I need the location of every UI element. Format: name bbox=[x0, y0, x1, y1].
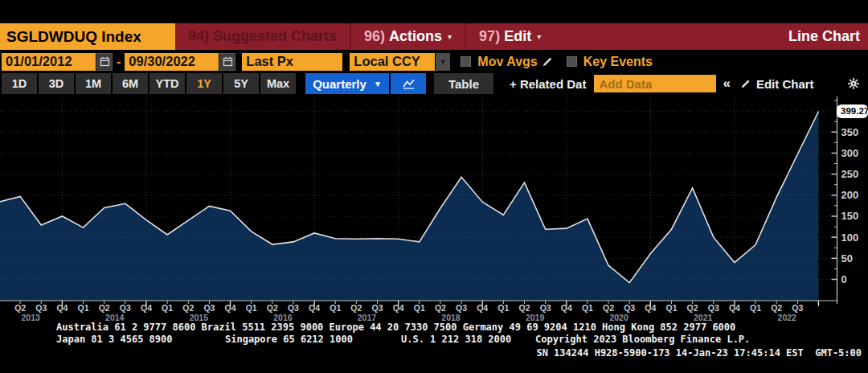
quarter-tick-label: Q2 bbox=[182, 303, 194, 313]
calendar-icon[interactable] bbox=[219, 53, 235, 71]
chevron-down-icon: ▼ bbox=[374, 80, 382, 88]
year-tick-label: 2018 bbox=[441, 313, 461, 322]
quarter-tick-label: Q2 bbox=[350, 303, 362, 313]
calendar-icon[interactable] bbox=[96, 53, 113, 71]
quarter-labels: Q2Q3Q4Q1Q2Q3Q4Q1Q2Q3Q4Q1Q2Q3Q4Q1Q2Q3Q4Q1… bbox=[14, 303, 803, 313]
year-tick-label: 2015 bbox=[190, 313, 209, 322]
quarter-tick-label: Q2 bbox=[687, 303, 698, 313]
range-button-6m[interactable]: 6M bbox=[113, 73, 148, 94]
quarter-tick-label: Q1 bbox=[665, 303, 677, 313]
y-tick-label: 250 bbox=[841, 168, 859, 180]
edit-menu[interactable]: 97) Edit ▾ bbox=[466, 23, 554, 50]
year-labels: 2013201420152016201720182019202020212022 bbox=[22, 313, 797, 322]
line-chart-type-button[interactable] bbox=[391, 73, 426, 94]
quarter-tick-label: Q3 bbox=[120, 303, 131, 313]
settings-gear-button[interactable] bbox=[847, 73, 860, 94]
year-tick-label: 2020 bbox=[609, 313, 628, 322]
related-data-button[interactable]: + Related Dat bbox=[510, 73, 586, 94]
line-chart-canvas[interactable]: 050100150200250300350Q2Q3Q4Q1Q2Q3Q4Q1Q2Q… bbox=[0, 95, 868, 322]
quarter-tick-label: Q2 bbox=[771, 303, 782, 313]
key-events-label[interactable]: Key Events bbox=[583, 55, 653, 69]
currency-dropdown-arrow[interactable]: ▼ bbox=[436, 53, 450, 71]
price-chart[interactable]: 050100150200250300350Q2Q3Q4Q1Q2Q3Q4Q1Q2Q… bbox=[0, 95, 868, 322]
chart-settings-row: 01/01/2012 - 09/30/2022 Last Px Local CC… bbox=[0, 51, 868, 72]
range-button-1y[interactable]: 1Y bbox=[186, 73, 222, 94]
gear-icon bbox=[847, 77, 860, 90]
edit-chart-button[interactable]: Edit Chart bbox=[740, 73, 814, 94]
quarter-tick-label: Q3 bbox=[708, 303, 719, 313]
chevron-down-icon: ▾ bbox=[537, 32, 541, 41]
quarter-tick-label: Q2 bbox=[99, 303, 110, 313]
area-fill bbox=[0, 111, 819, 301]
quarter-tick-label: Q1 bbox=[750, 303, 761, 313]
y-tick-label: 350 bbox=[841, 126, 859, 138]
price-field-select[interactable]: Last Px bbox=[242, 53, 342, 71]
footer-session-info: SN 134244 H928-5900-173 14-Jan-23 17:45:… bbox=[536, 347, 862, 359]
footer-us: U.S. 1 212 318 2000 bbox=[401, 334, 511, 345]
quarter-tick-label: Q2 bbox=[14, 303, 26, 313]
quarter-tick-label: Q3 bbox=[35, 303, 47, 313]
mov-avgs-checkbox[interactable] bbox=[461, 56, 471, 67]
date-to-input[interactable]: 09/30/2022 bbox=[125, 53, 219, 71]
range-button-1d[interactable]: 1D bbox=[2, 73, 37, 94]
year-tick-label: 2013 bbox=[22, 313, 41, 322]
collapse-button[interactable]: « bbox=[723, 73, 730, 94]
range-button-3d[interactable]: 3D bbox=[39, 73, 74, 94]
actions-menu[interactable]: 96) Actions ▾ bbox=[351, 23, 465, 50]
security-ticker[interactable]: SGLDWDUQ Index bbox=[0, 23, 175, 50]
range-button-1m[interactable]: 1M bbox=[76, 73, 111, 94]
y-tick-label: 0 bbox=[841, 273, 847, 285]
quarter-tick-label: Q3 bbox=[372, 303, 383, 313]
quarter-tick-label: Q1 bbox=[330, 303, 341, 313]
quarter-tick-label: Q3 bbox=[792, 303, 803, 313]
quarter-tick-label: Q1 bbox=[78, 303, 89, 313]
pencil-icon[interactable] bbox=[542, 55, 554, 68]
quarter-tick-label: Q2 bbox=[435, 303, 446, 313]
quarter-tick-label: Q3 bbox=[624, 303, 635, 313]
quarter-tick-label: Q1 bbox=[162, 303, 173, 313]
quarter-tick-label: Q1 bbox=[414, 303, 425, 313]
quarter-tick-label: Q3 bbox=[456, 303, 467, 313]
year-tick-label: 2014 bbox=[105, 313, 125, 322]
chart-toolbar: 1D 3D 1M 6M YTD 1Y 5Y Max Quarterly ▼ Ta… bbox=[0, 73, 868, 94]
y-tick-label: 100 bbox=[841, 232, 859, 244]
footer-phone-line1: Australia 61 2 9777 8600 Brazil 5511 239… bbox=[56, 322, 735, 333]
y-axis: 050100150200250300350 bbox=[832, 96, 859, 304]
chart-type-title: Line Chart bbox=[788, 23, 868, 50]
year-tick-label: 2021 bbox=[694, 313, 713, 322]
range-button-max[interactable]: Max bbox=[260, 73, 296, 94]
quarter-tick-label: Q3 bbox=[540, 303, 551, 313]
y-tick-label: 200 bbox=[841, 189, 859, 201]
footer-japan: Japan 81 3 4565 8900 bbox=[56, 334, 173, 345]
last-price-value: 399.27 bbox=[841, 106, 868, 116]
quarter-tick-label: Q4 bbox=[477, 303, 488, 313]
quarter-tick-label: Q4 bbox=[729, 303, 740, 313]
date-range-dash: - bbox=[117, 55, 121, 69]
y-tick-label: 300 bbox=[841, 147, 859, 159]
quarter-tick-label: Q1 bbox=[582, 303, 593, 313]
date-from-input[interactable]: 01/01/2012 bbox=[2, 53, 96, 71]
quarter-tick-label: Q4 bbox=[645, 303, 656, 313]
quarter-tick-label: Q1 bbox=[497, 303, 509, 313]
quarter-tick-label: Q1 bbox=[246, 303, 257, 313]
quarter-tick-label: Q2 bbox=[267, 303, 278, 313]
currency-select[interactable]: Local CCY bbox=[350, 53, 435, 71]
range-button-ytd[interactable]: YTD bbox=[149, 73, 185, 94]
range-button-5y[interactable]: 5Y bbox=[223, 73, 259, 94]
quarter-tick-label: Q2 bbox=[518, 303, 530, 313]
quarter-tick-label: Q4 bbox=[561, 303, 572, 313]
quarter-tick-label: Q4 bbox=[141, 303, 152, 313]
bloomberg-terminal-screen: { "titlebar": { "security": "SGLDWDUQ In… bbox=[0, 0, 868, 373]
add-data-input[interactable] bbox=[594, 75, 716, 92]
year-tick-label: 2022 bbox=[778, 313, 797, 322]
pencil-icon bbox=[740, 78, 751, 89]
key-events-checkbox[interactable] bbox=[567, 56, 577, 67]
calendar-glyph bbox=[100, 56, 110, 67]
table-button[interactable]: Table bbox=[434, 73, 493, 94]
title-bar: SGLDWDUQ Index 94) Suggested Charts 96) … bbox=[0, 23, 868, 50]
suggested-charts-menu[interactable]: 94) Suggested Charts bbox=[175, 23, 350, 50]
mov-avgs-label[interactable]: Mov Avgs bbox=[477, 55, 537, 69]
period-select[interactable]: Quarterly ▼ bbox=[305, 73, 389, 94]
line-chart-icon bbox=[402, 78, 416, 89]
footer-copyright: Copyright 2023 Bloomberg Finance L.P. bbox=[535, 334, 750, 345]
